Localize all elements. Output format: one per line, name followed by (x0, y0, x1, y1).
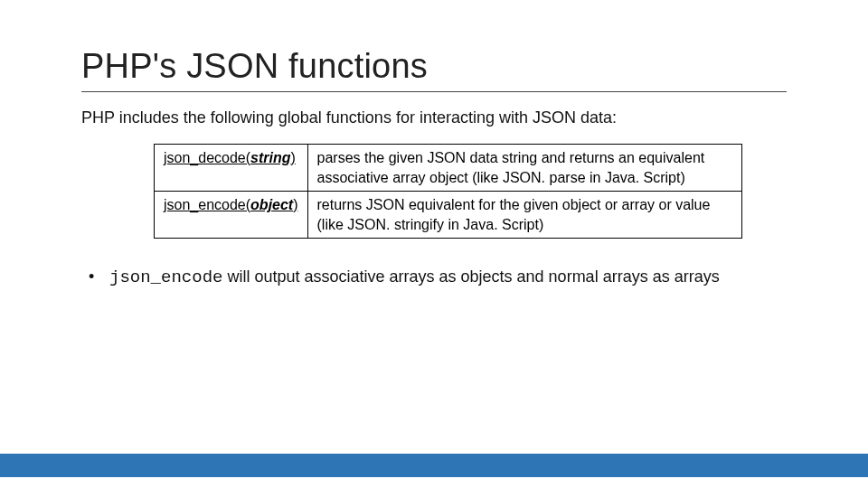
fn-arg: object (250, 197, 293, 212)
footer-bar (0, 454, 868, 477)
table-row: json_decode(string) parses the given JSO… (155, 145, 742, 192)
function-name-cell: json_decode(string) (155, 145, 308, 192)
functions-table: json_decode(string) parses the given JSO… (154, 144, 742, 239)
slide-content: PHP's JSON functions PHP includes the fo… (0, 0, 868, 287)
bullet-code: json_encode (109, 267, 222, 287)
function-name-cell: json_encode(object) (155, 192, 308, 239)
page-title: PHP's JSON functions (81, 47, 787, 92)
fn-prefix: json_decode( (164, 150, 250, 165)
bullet-note: • json_encode will output associative ar… (81, 267, 787, 287)
fn-suffix: ) (293, 197, 297, 212)
bullet-rest: will output associative arrays as object… (222, 267, 719, 286)
intro-text: PHP includes the following global functi… (81, 108, 787, 127)
fn-prefix: json_encode( (164, 197, 250, 212)
bullet-dot: • (89, 267, 105, 286)
table-row: json_encode(object) returns JSON equival… (155, 192, 742, 239)
function-desc-cell: returns JSON equivalent for the given ob… (307, 192, 741, 239)
fn-arg: string (250, 150, 290, 165)
function-desc-cell: parses the given JSON data string and re… (307, 145, 741, 192)
fn-suffix: ) (291, 150, 296, 165)
